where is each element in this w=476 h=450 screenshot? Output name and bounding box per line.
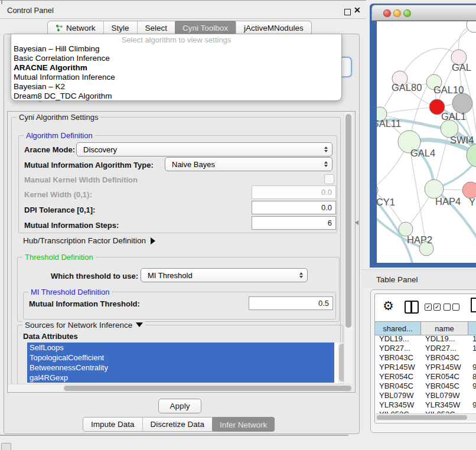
- network-node[interactable]: [467, 144, 476, 167]
- sources-title-text: Sources for Network Inference: [25, 321, 132, 330]
- sources-group-title[interactable]: Sources for Network Inference: [22, 321, 145, 330]
- table-cell: YBL079W: [421, 391, 468, 400]
- column-header-name[interactable]: name: [421, 322, 468, 335]
- attribute-item-betweennesscentrality[interactable]: BetweennessCentrality: [27, 363, 334, 373]
- table-cell: [468, 391, 476, 400]
- table-row[interactable]: YDR27...YDR27...12: [375, 344, 476, 353]
- app-root: Control Panel ✕ NetworkStyleSelectCyni T…: [0, 0, 476, 450]
- table-row[interactable]: YER054CYER054C8.: [375, 372, 476, 381]
- data-attributes-list[interactable]: SelfLoopsTopologicalCoefficientBetweenne…: [27, 343, 347, 383]
- mi-threshold-value: 0.5: [318, 299, 329, 308]
- algorithm-option-bayesian-hill-climbing[interactable]: Bayesian – Hill Climbing: [11, 44, 341, 54]
- which-threshold-select[interactable]: MI Threshold: [141, 268, 308, 282]
- network-edge[interactable]: [400, 48, 459, 79]
- spinner-arrows-icon: [324, 146, 328, 152]
- control-panel-tabbar: NetworkStyleSelectCyni ToolboxjActiveMNo…: [47, 21, 312, 35]
- network-node[interactable]: [452, 93, 472, 113]
- aracne-mode-select[interactable]: Discovery: [76, 142, 332, 156]
- tab-select[interactable]: Select: [138, 21, 176, 35]
- hub-definition-toggle[interactable]: Hub/Transcription Factor Definition: [23, 236, 155, 245]
- settings-horizontal-scrollbar[interactable]: [8, 384, 343, 392]
- algorithm-option-mutual-information-inference[interactable]: Mutual Information Inference: [11, 73, 341, 82]
- corner-mini-button[interactable]: [1, 443, 11, 450]
- attribute-item-gal4rgexp[interactable]: gal4RGexp: [27, 373, 334, 383]
- table-row[interactable]: YBR043CYBR043C: [375, 353, 476, 363]
- algorithm-option-dream8-dc-tdc-algorithm[interactable]: Dream8 DC_TDC Algorithm: [11, 92, 341, 101]
- mi-type-select[interactable]: Naive Bayes: [165, 157, 332, 171]
- float-window-icon[interactable]: [344, 9, 351, 15]
- apply-button[interactable]: Apply: [158, 399, 201, 413]
- titlebar-divider: [0, 18, 366, 19]
- tab-discretize-data[interactable]: Discretize Data: [143, 418, 213, 431]
- cyni-settings-group-title: Cyni Algorithm Settings: [17, 113, 100, 122]
- table-row[interactable]: YPR145WYPR145W9.: [375, 363, 476, 372]
- tab-infer-network[interactable]: Infer Network: [212, 417, 275, 432]
- network-node[interactable]: [467, 21, 476, 32]
- table-panel-container: ⚙ ✓ ✓ shared...name YDL19...YDL19...13YD…: [370, 289, 476, 433]
- tab-cyni-toolbox[interactable]: Cyni Toolbox: [175, 21, 236, 35]
- mi-steps-field[interactable]: 6: [252, 216, 336, 230]
- control-panel-top-border: [0, 0, 366, 1]
- settings-vertical-scrollbar[interactable]: [344, 112, 353, 383]
- node-label-gal1: GAL1: [441, 111, 466, 122]
- algorithm-option-bayesian-k2[interactable]: Bayesian – K2: [11, 82, 341, 92]
- tab-jactivemnodules[interactable]: jActiveMNodules: [236, 21, 311, 35]
- aracne-mode-value: Discovery: [83, 145, 117, 154]
- algorithm-definition-title: Algorithm Definition: [24, 131, 95, 140]
- attribute-rows: SelfLoopsTopologicalCoefficientBetweenne…: [27, 343, 347, 383]
- attribute-item-topologicalcoefficient[interactable]: TopologicalCoefficient: [27, 353, 334, 363]
- tab-style[interactable]: Style: [104, 21, 138, 35]
- split-view-icon[interactable]: [405, 301, 419, 314]
- table-cell: 9.: [468, 363, 476, 372]
- table-cell: YER054C: [421, 372, 468, 381]
- dpi-tolerance-label: DPI Tolerance [0,1]:: [24, 206, 95, 214]
- tab-label: Infer Network: [220, 420, 267, 429]
- unchecked-box-icon: [444, 304, 451, 311]
- manual-kernel-checkbox[interactable]: [324, 174, 334, 184]
- table-cell: YDR27...: [375, 344, 421, 353]
- dpi-tolerance-field[interactable]: 0.0: [252, 201, 336, 214]
- tab-impute-data[interactable]: Impute Data: [83, 418, 143, 431]
- table-row[interactable]: YBL079WYBL079W: [375, 391, 476, 400]
- attribute-item-selfloops[interactable]: SelfLoops: [27, 343, 334, 353]
- minimize-traffic-light[interactable]: [393, 9, 401, 17]
- close-traffic-light[interactable]: [383, 9, 391, 17]
- tab-label: Cyni Toolbox: [182, 24, 228, 32]
- mi-threshold-field[interactable]: 0.5: [249, 296, 333, 310]
- network-node-y[interactable]: [462, 182, 476, 198]
- table-row[interactable]: YBR045CYBR045C9.: [375, 381, 476, 391]
- tab-label: Discretize Data: [151, 420, 205, 429]
- scrollbar-thumb[interactable]: [64, 386, 351, 391]
- column-header-shared[interactable]: shared...: [375, 322, 421, 335]
- checked-box-icon: ✓: [433, 304, 441, 311]
- tab-network[interactable]: Network: [48, 21, 104, 35]
- node-label-gal10: GAL10: [433, 84, 464, 95]
- deselect-all-checkboxes-icon[interactable]: [444, 304, 459, 311]
- close-window-icon[interactable]: ✕: [354, 5, 361, 15]
- table-horizontal-scrollbar[interactable]: [376, 413, 476, 421]
- algorithm-option-basic-correlation-inference[interactable]: Basic Correlation Inference: [11, 54, 341, 63]
- tab-label: Network: [66, 24, 96, 32]
- bottom-tabbar: Impute DataDiscretize DataInfer Network: [83, 417, 275, 432]
- kernel-width-label: Kernel Width (0,1):: [24, 190, 92, 199]
- table-cell: YDR27...: [421, 344, 468, 353]
- network-window-titlebar[interactable]: [371, 5, 476, 21]
- network-edge[interactable]: [380, 107, 437, 114]
- table-row[interactable]: YLR345WYLR345W9.: [375, 400, 476, 410]
- column-header-2[interactable]: [468, 322, 476, 335]
- gear-icon[interactable]: ⚙: [383, 299, 394, 313]
- document-icon[interactable]: [471, 298, 476, 312]
- table-rows: YDL19...YDL19...13YDR27...YDR27...12YBR0…: [375, 334, 476, 420]
- scrollbar-thumb[interactable]: [345, 114, 351, 328]
- scrollbar-thumb[interactable]: [377, 415, 467, 420]
- network-canvas[interactable]: GALGAL80GAL10GAL1GAL11SWI4GAL4GCY1HAP4YH…: [377, 21, 476, 263]
- table-cell: YER054C: [375, 372, 421, 381]
- select-all-checkboxes-icon[interactable]: ✓ ✓: [425, 304, 441, 311]
- table-header-row: shared...name: [375, 321, 476, 335]
- zoom-traffic-light[interactable]: [403, 9, 411, 17]
- table-cell: YBL079W: [375, 391, 421, 400]
- node-label-gal: GAL: [452, 62, 471, 73]
- dropdown-items: Bayesian – Hill ClimbingBasic Correlatio…: [11, 44, 341, 101]
- algorithm-option-aracne-algorithm[interactable]: ARACNE Algorithm: [11, 63, 341, 73]
- table-row[interactable]: YDL19...YDL19...13: [375, 334, 476, 344]
